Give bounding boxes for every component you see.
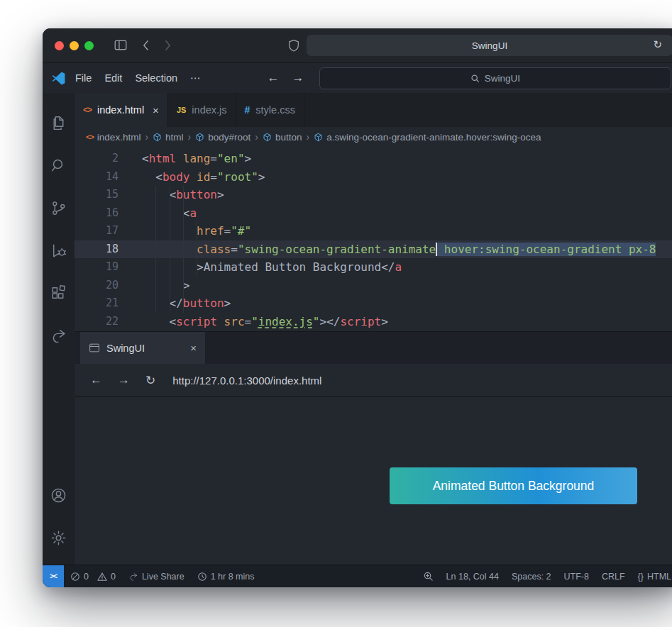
code-line[interactable]: 14 <body id="root"> bbox=[75, 168, 672, 187]
tab-index-html[interactable]: <> index.html × bbox=[75, 93, 168, 127]
problems-errors[interactable]: 0 bbox=[70, 572, 89, 582]
remote-indicator[interactable]: >< bbox=[43, 565, 64, 587]
privacy-shield-icon[interactable] bbox=[288, 39, 299, 52]
line-number[interactable]: 16 bbox=[75, 204, 142, 223]
line-number[interactable]: 14 bbox=[75, 168, 142, 187]
close-icon[interactable]: × bbox=[190, 342, 197, 354]
line-number[interactable]: 21 bbox=[75, 294, 142, 313]
account-icon[interactable] bbox=[50, 474, 67, 516]
cursor-position[interactable]: Ln 18, Col 44 bbox=[446, 572, 499, 582]
live-share-status[interactable]: Live Share bbox=[128, 572, 184, 582]
error-icon bbox=[70, 572, 80, 582]
zoom-status[interactable] bbox=[423, 571, 434, 582]
line-number[interactable]: 22 bbox=[75, 313, 142, 331]
indent-guide bbox=[170, 186, 170, 313]
css-file-icon: # bbox=[245, 104, 250, 116]
minimize-window-button[interactable] bbox=[70, 41, 79, 50]
activity-bar bbox=[43, 93, 75, 565]
breadcrumb-item[interactable]: a.swing-ocean-gradient-animate.hover:swi… bbox=[314, 132, 541, 143]
line-number[interactable]: 20 bbox=[75, 277, 142, 295]
tab-style-css[interactable]: # style.css bbox=[236, 93, 304, 127]
settings-gear-icon[interactable] bbox=[50, 516, 67, 559]
code-line[interactable]: 16 <a bbox=[75, 204, 672, 223]
search-icon bbox=[470, 74, 480, 83]
browser-preview-icon bbox=[89, 343, 100, 353]
panel-tab-swingui[interactable]: SwingUI × bbox=[80, 332, 205, 364]
code-line[interactable]: 19 >Animated Button Background</a bbox=[75, 258, 672, 277]
explorer-icon[interactable] bbox=[43, 101, 75, 144]
forward-icon[interactable] bbox=[164, 40, 172, 51]
animated-gradient-button[interactable]: Animated Button Background bbox=[390, 467, 637, 504]
indent-guide bbox=[197, 222, 197, 277]
back-icon[interactable] bbox=[142, 40, 150, 51]
preview-reload-icon[interactable]: ↻ bbox=[145, 373, 155, 388]
code-line[interactable]: 21 </button> bbox=[75, 294, 672, 313]
braces-icon: {} bbox=[638, 572, 644, 582]
menu-selection[interactable]: Selection bbox=[128, 70, 184, 87]
preview-back-icon[interactable]: ← bbox=[90, 373, 102, 387]
indentation[interactable]: Spaces: 2 bbox=[512, 572, 551, 582]
history-back-icon[interactable]: ← bbox=[261, 71, 286, 85]
breadcrumb-item[interactable]: button bbox=[263, 132, 302, 143]
browser-titlebar: SwingUI ↻ bbox=[43, 28, 672, 63]
indent-guide bbox=[183, 186, 184, 313]
encoding[interactable]: UTF-8 bbox=[564, 572, 589, 582]
live-share-icon bbox=[128, 572, 138, 582]
tab-label: index.js bbox=[192, 104, 226, 116]
command-search-input[interactable]: SwingUI bbox=[319, 67, 671, 89]
history-forward-icon[interactable]: → bbox=[286, 71, 311, 85]
tab-index-js[interactable]: JS index.js bbox=[168, 93, 236, 127]
tab-label: style.css bbox=[255, 104, 295, 116]
code-line[interactable]: 15 <button> bbox=[75, 186, 672, 204]
menu-more-icon[interactable]: ⋯ bbox=[184, 70, 207, 87]
menu-file[interactable]: File bbox=[69, 70, 98, 87]
run-debug-icon[interactable] bbox=[43, 229, 75, 272]
chevron-right-icon: › bbox=[307, 131, 310, 143]
address-bar[interactable]: SwingUI ↻ bbox=[307, 35, 672, 56]
preview-url[interactable]: http://127.0.0.1:3000/index.html bbox=[172, 374, 321, 387]
line-number[interactable]: 19 bbox=[75, 258, 142, 277]
timer-status[interactable]: 1 hr 8 mins bbox=[197, 572, 255, 582]
code-line[interactable]: 2<html lang="en"> bbox=[75, 150, 672, 168]
browser-window: SwingUI ↻ File Edit Selection ⋯ ← → Swin… bbox=[43, 28, 672, 587]
breadcrumb-item[interactable]: html bbox=[153, 132, 184, 143]
code-editor[interactable]: 2<html lang="en">14 <body id="root">15 <… bbox=[75, 147, 672, 331]
live-share-icon[interactable] bbox=[43, 314, 75, 357]
close-icon[interactable]: × bbox=[153, 104, 159, 116]
vscode-logo-icon bbox=[51, 71, 66, 86]
code-line[interactable]: 18 class="swing-ocean-gradient-animate h… bbox=[75, 240, 672, 259]
symbol-cube-icon bbox=[195, 133, 204, 142]
menu-edit[interactable]: Edit bbox=[98, 70, 128, 87]
symbol-cube-icon bbox=[153, 133, 162, 142]
sidebar-toggle-icon[interactable] bbox=[114, 39, 128, 52]
js-file-icon: JS bbox=[177, 106, 186, 114]
close-window-button[interactable] bbox=[55, 41, 64, 50]
reload-icon[interactable]: ↻ bbox=[649, 38, 666, 52]
indent-guide bbox=[155, 186, 156, 313]
line-number[interactable]: 17 bbox=[75, 222, 142, 240]
code-lines: 2<html lang="en">14 <body id="root">15 <… bbox=[75, 150, 672, 331]
address-title: SwingUI bbox=[472, 40, 507, 51]
symbol-cube-icon bbox=[263, 133, 272, 142]
extensions-icon[interactable] bbox=[43, 272, 75, 314]
chevron-right-icon: › bbox=[255, 131, 258, 143]
statusbar: >< 0 0 Live Share 1 hr 8 mins Ln 18, Col… bbox=[43, 565, 672, 587]
code-line[interactable]: 17 href="#" bbox=[75, 222, 672, 240]
tab-label: index.html bbox=[97, 104, 144, 116]
eol-sequence[interactable]: CRLF bbox=[602, 572, 625, 582]
warning-icon bbox=[97, 572, 107, 582]
line-number[interactable]: 2 bbox=[75, 150, 142, 168]
search-icon[interactable] bbox=[43, 144, 75, 187]
line-number[interactable]: 18 bbox=[75, 240, 142, 259]
language-mode[interactable]: {} HTML bbox=[638, 572, 671, 582]
source-control-icon[interactable] bbox=[43, 187, 75, 229]
code-line[interactable]: 22 <script src="index.js"></script> bbox=[75, 313, 672, 331]
line-number[interactable]: 15 bbox=[75, 186, 142, 204]
magnifier-icon bbox=[423, 571, 434, 582]
breadcrumb-item[interactable]: <>index.html bbox=[86, 132, 141, 143]
problems-warnings[interactable]: 0 bbox=[97, 572, 116, 582]
preview-forward-icon[interactable]: → bbox=[118, 373, 130, 387]
zoom-window-button[interactable] bbox=[84, 41, 94, 50]
breadcrumb-item[interactable]: body#root bbox=[195, 132, 250, 143]
code-line[interactable]: 20 > bbox=[75, 277, 672, 295]
